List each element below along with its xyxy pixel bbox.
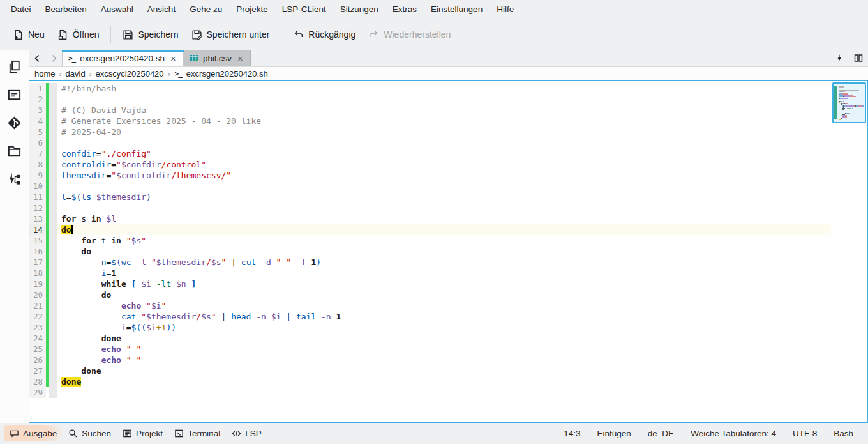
tab-close-icon[interactable]: × <box>236 54 244 63</box>
status-encoding[interactable]: UTF-8 <box>784 429 825 438</box>
tool-button-projekt[interactable]: Projekt <box>117 425 168 441</box>
tab-label: phil.csv <box>203 54 232 63</box>
code-line: 28done <box>29 376 831 387</box>
tab-label: excrsgen20250420.sh <box>80 54 165 63</box>
split-view-button[interactable] <box>849 50 868 66</box>
menu-item-datei[interactable]: Datei <box>4 0 38 19</box>
code-text <box>57 387 831 398</box>
code-line: 17 n=$(wc -l "$themesdir/$s" | cut -d " … <box>29 257 831 268</box>
line-number: 15 <box>29 235 46 246</box>
tool-button-terminal[interactable]: Terminal <box>168 425 226 441</box>
open-button[interactable]: Öffnen <box>51 26 106 44</box>
tool-button-label: Suchen <box>82 429 111 438</box>
tool-button-lsp[interactable]: LSP <box>226 425 267 441</box>
breadcrumb-item-home[interactable]: home <box>31 69 59 79</box>
tool-button-ausgabe[interactable]: Ausgabe <box>4 425 63 441</box>
menu-item-projekte[interactable]: Projekte <box>229 0 275 19</box>
tab-close-icon[interactable]: × <box>169 54 177 63</box>
breadcrumb-item-excscycl20250420[interactable]: excscycl20250420 <box>93 69 167 79</box>
code-area[interactable]: 1#!/bin/bash23# (C) David Vajda4# Genera… <box>29 81 831 422</box>
history-forward-button[interactable] <box>45 50 62 66</box>
line-number: 3 <box>29 105 46 116</box>
fold-column <box>49 170 57 181</box>
menu-item-auswahl[interactable]: Auswahl <box>94 0 140 19</box>
toolbar-separator <box>110 26 111 43</box>
line-number: 16 <box>29 246 46 257</box>
code-line: 7confdir="./config" <box>29 148 831 159</box>
minimap-scrollbar[interactable] <box>831 81 867 422</box>
code-text: do <box>57 289 831 300</box>
menu-item-sitzungen[interactable]: Sitzungen <box>333 0 385 19</box>
search-icon <box>68 429 78 438</box>
status-insert-mode[interactable]: Einfügen <box>589 429 640 438</box>
status-bar: AusgabeSuchenProjektTerminalLSP 14:3Einf… <box>0 423 868 444</box>
left-dock <box>0 50 29 423</box>
line-number: 10 <box>29 181 46 192</box>
fold-column <box>49 235 57 246</box>
menu-item-ansicht[interactable]: Ansicht <box>140 0 183 19</box>
code-line: 22 cat "$themesdir/$s" | head -n $i | ta… <box>29 311 831 322</box>
code-text: #!/bin/bash <box>57 83 831 94</box>
shell-script-icon: >_ <box>175 70 182 78</box>
undo-button[interactable]: Rückgängig <box>287 26 362 44</box>
code-line: 10 <box>29 181 831 192</box>
tab-excrsgen20250420.sh[interactable]: >_excrsgen20250420.sh× <box>62 50 184 66</box>
line-number: 13 <box>29 213 46 224</box>
tool-button-label: Projekt <box>136 429 163 438</box>
new-button[interactable]: Neu <box>6 26 51 44</box>
new-document-icon <box>13 29 24 40</box>
output-icon <box>10 429 19 438</box>
fold-column <box>49 192 57 203</box>
git-icon <box>7 116 22 130</box>
status-dictionary[interactable]: de_DE <box>640 429 682 438</box>
code-line: 13for s in $l <box>29 213 831 224</box>
code-line: 1#!/bin/bash <box>29 83 831 94</box>
fold-column <box>49 344 57 355</box>
status-tab-mode[interactable]: Weiche Tabulatoren: 4 <box>682 429 784 438</box>
fold-column <box>49 116 57 126</box>
tab-phil.csv[interactable]: phil.csv× <box>184 50 251 66</box>
code-text: # Generate Exersices 2025 - 04 - 20 like <box>57 116 831 126</box>
breadcrumb-separator-icon: › <box>167 70 171 79</box>
code-text: done <box>57 365 831 376</box>
file-list-sidebar-button[interactable] <box>4 84 26 105</box>
code-line: 9themesdir="$controldir/themescsv/" <box>29 170 831 181</box>
breadcrumb-item-david[interactable]: david <box>63 69 89 79</box>
breadcrumb-item-file[interactable]: excrsgen20250420.sh <box>183 69 271 79</box>
code-text: i=$(($i+1)) <box>57 322 831 333</box>
quick-open-button[interactable] <box>830 50 849 66</box>
menu-item-einstellungen[interactable]: Einstellungen <box>424 0 490 19</box>
code-text: # 2025-04-20 <box>57 126 831 137</box>
status-cursor-position[interactable]: 14:3 <box>555 429 588 438</box>
code-text <box>57 94 831 105</box>
line-number: 27 <box>29 365 46 376</box>
save-as-button[interactable]: Speichern unter <box>185 26 276 44</box>
code-text: for t in "$s" <box>57 235 831 246</box>
code-line: 12 <box>29 203 831 213</box>
history-back-button[interactable] <box>29 50 45 66</box>
menu-item-gehe-zu[interactable]: Gehe zu <box>183 0 229 19</box>
code-text: controldir="$confdir/control" <box>57 159 831 170</box>
tool-button-label: Terminal <box>188 429 220 438</box>
tool-button-label: Ausgabe <box>23 429 57 438</box>
menu-item-lsp-client[interactable]: LSP-CLient <box>275 0 333 19</box>
status-syntax-mode[interactable]: Bash <box>825 429 862 438</box>
code-line: 20 do <box>29 289 831 300</box>
lightning-icon <box>835 54 844 63</box>
tool-button-suchen[interactable]: Suchen <box>63 425 117 441</box>
menu-item-extras[interactable]: Extras <box>385 0 424 19</box>
menu-bar: DateiBearbeitenAuswahlAnsichtGehe zuProj… <box>0 0 868 19</box>
symbols-sidebar-button[interactable] <box>4 168 26 190</box>
documents-sidebar-button[interactable] <box>4 56 26 77</box>
line-number: 17 <box>29 257 46 268</box>
fold-column <box>49 257 57 268</box>
filesystem-sidebar-button[interactable] <box>4 140 26 162</box>
save-button[interactable]: Speichern <box>116 26 184 44</box>
fold-column <box>49 300 57 311</box>
redo-button-label: Wiederherstellen <box>384 29 451 40</box>
editor-view[interactable]: 1#!/bin/bash23# (C) David Vajda4# Genera… <box>29 80 868 423</box>
menu-item-bearbeiten[interactable]: Bearbeiten <box>38 0 94 19</box>
code-line: 23 i=$(($i+1)) <box>29 322 831 333</box>
menu-item-hilfe[interactable]: Hilfe <box>490 0 521 19</box>
git-sidebar-button[interactable] <box>4 112 26 134</box>
